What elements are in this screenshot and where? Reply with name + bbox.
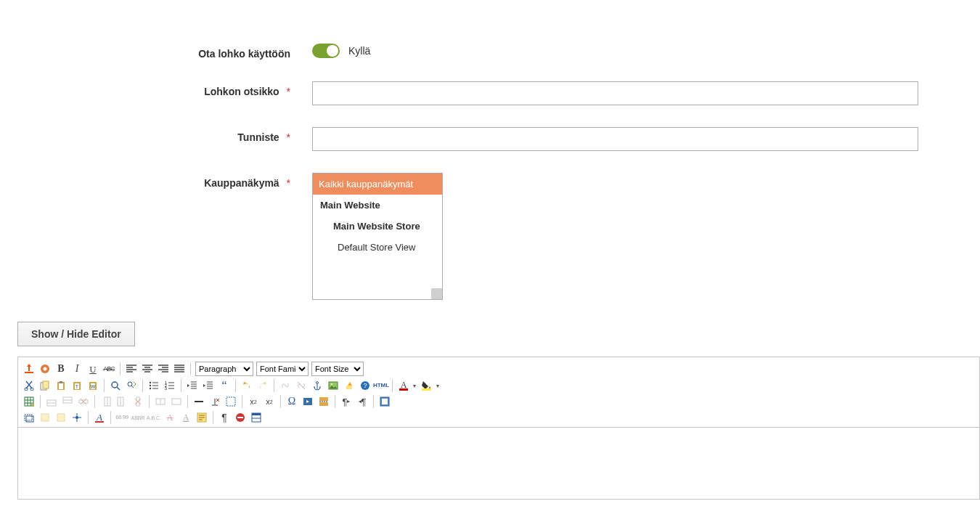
row-before-icon[interactable]: [45, 395, 58, 408]
help-icon[interactable]: ?: [359, 379, 372, 392]
pagebreak-icon[interactable]: [317, 395, 330, 408]
enable-toggle[interactable]: [312, 44, 340, 58]
field-store-view: Kauppanäkymä * Kaikki kauppanäkymätMain …: [22, 173, 958, 300]
font-family-select[interactable]: Font Family: [256, 362, 309, 376]
paste-text-icon[interactable]: T: [70, 379, 83, 392]
required-marker: *: [287, 86, 290, 97]
nbsp-icon[interactable]: [234, 411, 247, 424]
editor-content[interactable]: [17, 427, 980, 500]
delete-row-icon[interactable]: [77, 395, 90, 408]
layer-icon[interactable]: [23, 411, 36, 424]
indent-icon[interactable]: [202, 379, 215, 392]
col-after-icon[interactable]: [115, 395, 128, 408]
paste-word-icon[interactable]: W: [86, 379, 99, 392]
underline-icon[interactable]: U: [86, 362, 99, 375]
separator: [110, 411, 111, 424]
media-icon[interactable]: [301, 395, 314, 408]
svg-rect-30: [399, 388, 408, 391]
table-icon[interactable]: [23, 395, 36, 408]
bg-color-picker[interactable]: ▾: [420, 379, 441, 392]
layer-backward-icon[interactable]: [54, 411, 68, 424]
identifier-input[interactable]: [312, 127, 918, 151]
find-icon[interactable]: [109, 379, 122, 392]
store-view-option[interactable]: Kaikki kauppanäkymät: [313, 174, 442, 195]
delete-col-icon[interactable]: [131, 395, 144, 408]
align-left-icon[interactable]: [125, 362, 138, 375]
store-view-option[interactable]: Main Website Store: [313, 216, 442, 237]
unlink-icon[interactable]: [295, 379, 308, 392]
paste-icon[interactable]: [54, 379, 68, 392]
svg-rect-8: [60, 381, 62, 383]
visualchars-icon[interactable]: ¶: [218, 411, 231, 424]
special-char-icon[interactable]: Ω: [285, 395, 298, 408]
undo-icon[interactable]: [240, 379, 253, 392]
label-store-view: Kauppanäkymä *: [22, 173, 312, 189]
separator: [373, 395, 374, 408]
abbr-icon[interactable]: ABBR: [131, 411, 144, 424]
svg-point-25: [331, 383, 333, 386]
font-size-select[interactable]: Font Size: [311, 362, 364, 376]
form: Ota lohko käyttöön Kyllä Lohkon otsikko …: [0, 0, 980, 300]
control-enable-block: Kyllä: [312, 44, 958, 58]
merge-cells-icon[interactable]: [170, 395, 183, 408]
dropdown-icon[interactable]: ▾: [434, 379, 441, 392]
italic-icon[interactable]: I: [70, 362, 83, 375]
store-view-select[interactable]: Kaikki kauppanäkymätMain WebsiteMain Web…: [312, 173, 443, 300]
widget-icon[interactable]: [23, 362, 36, 375]
cut-icon[interactable]: [23, 379, 36, 392]
label-text: Kauppanäkymä: [204, 177, 279, 189]
store-view-option[interactable]: Main Website: [313, 195, 442, 216]
visual-aid-icon[interactable]: [224, 395, 237, 408]
separator: [187, 395, 188, 408]
rtl-icon[interactable]: ◂¶: [356, 395, 369, 408]
label-identifier: Tunniste *: [22, 127, 312, 143]
blockquote-icon[interactable]: “: [218, 379, 231, 392]
svg-point-15: [112, 382, 118, 388]
separator: [280, 395, 281, 408]
block-title-input[interactable]: [312, 81, 918, 105]
format-select[interactable]: Paragraph: [195, 362, 253, 376]
bullet-list-icon[interactable]: [147, 379, 160, 392]
remove-format-icon[interactable]: [208, 395, 221, 408]
replace-icon[interactable]: [125, 379, 138, 392]
outdent-icon[interactable]: [186, 379, 199, 392]
template-icon[interactable]: [250, 411, 263, 424]
bg-color-icon: [420, 379, 433, 392]
col-before-icon[interactable]: [99, 395, 113, 408]
layer-forward-icon[interactable]: [38, 411, 52, 424]
text-color-picker[interactable]: A ▾: [397, 379, 417, 392]
ins-icon[interactable]: A: [179, 411, 192, 424]
numbered-list-icon[interactable]: 123: [163, 379, 176, 392]
align-center-icon[interactable]: [141, 362, 154, 375]
superscript-icon[interactable]: x2: [263, 395, 276, 408]
align-justify-icon[interactable]: [173, 362, 186, 375]
separator: [88, 411, 89, 424]
cite-icon[interactable]: 66 99: [115, 411, 128, 424]
row-after-icon[interactable]: [61, 395, 74, 408]
copy-icon[interactable]: [38, 379, 52, 392]
anchor-icon[interactable]: [311, 379, 324, 392]
variable-icon[interactable]: [38, 362, 52, 375]
fullscreen-icon[interactable]: [378, 395, 391, 408]
bold-icon[interactable]: B: [54, 362, 68, 375]
acronym-icon[interactable]: A.B.C.: [147, 411, 160, 424]
attributes-icon[interactable]: [195, 411, 208, 424]
link-icon[interactable]: [279, 379, 292, 392]
show-hide-editor-button[interactable]: Show / Hide Editor: [17, 322, 135, 346]
code-icon[interactable]: HTML: [375, 379, 388, 392]
split-cells-icon[interactable]: [154, 395, 167, 408]
absolute-icon[interactable]: [70, 411, 83, 424]
del-icon[interactable]: A: [163, 411, 176, 424]
subscript-icon[interactable]: x2: [247, 395, 260, 408]
separator: [181, 379, 181, 392]
store-view-option[interactable]: Default Store View: [313, 237, 442, 258]
dropdown-icon[interactable]: ▾: [411, 379, 417, 392]
hr-icon[interactable]: [192, 395, 205, 408]
image-icon[interactable]: [327, 379, 340, 392]
strikethrough-icon[interactable]: ABC: [102, 362, 115, 375]
styleprops-icon[interactable]: A: [93, 411, 106, 424]
redo-icon[interactable]: [256, 379, 269, 392]
align-right-icon[interactable]: [157, 362, 170, 375]
cleanup-icon[interactable]: [343, 379, 356, 392]
ltr-icon[interactable]: ¶▸: [340, 395, 353, 408]
